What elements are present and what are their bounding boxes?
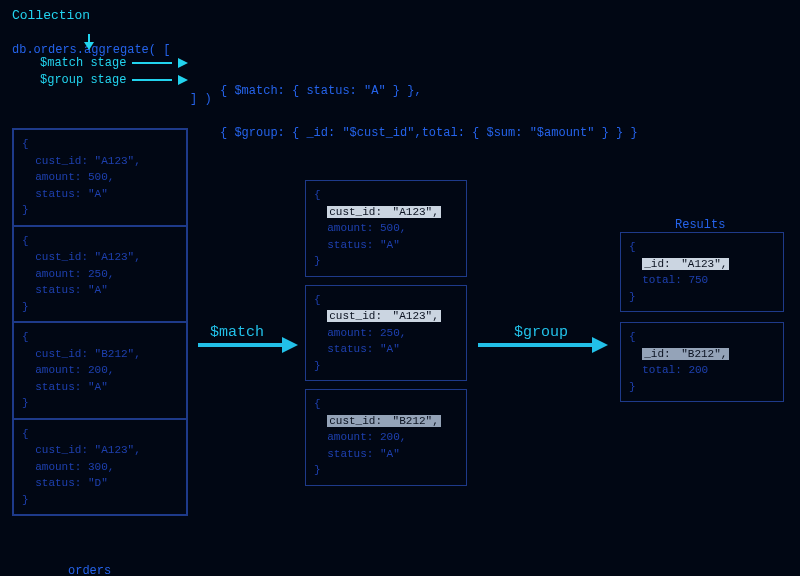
orders-label: orders [68, 564, 111, 576]
highlight-val: "A123", [673, 258, 730, 270]
group-arrow-label: $group [514, 324, 568, 341]
results-label: Results [675, 218, 725, 232]
group-arrow: $group [478, 337, 608, 353]
group-stage-annotation: $group stage [40, 73, 188, 87]
result-doc: { _id: "A123", total: 750 } [620, 232, 784, 312]
arrow-right-icon [592, 337, 608, 353]
stage-annotations: $match stage $group stage [40, 56, 188, 90]
arrow-down-icon [84, 34, 94, 50]
highlight-val: "A123", [384, 206, 441, 218]
group-stage-text: $group stage [40, 73, 126, 87]
orders-doc: { cust_id: "B212", amount: 200, status: … [13, 322, 187, 419]
group-code: { $group: { _id: "$cust_id",total: { $su… [220, 126, 638, 140]
match-stage-output: { cust_id: "A123", amount: 500, status: … [305, 180, 467, 494]
match-doc: { cust_id: "B212", amount: 200, status: … [305, 389, 467, 486]
match-stage-annotation: $match stage [40, 56, 188, 70]
results-output: { _id: "A123", total: 750 } { _id: "B212… [620, 232, 784, 412]
match-doc: { cust_id: "A123", amount: 250, status: … [305, 285, 467, 382]
arrow-right-icon [178, 58, 188, 68]
result-doc: { _id: "B212", total: 200 } [620, 322, 784, 402]
collection-label: Collection [12, 8, 170, 23]
highlight-key: cust_id: [327, 206, 384, 218]
match-doc: { cust_id: "A123", amount: 500, status: … [305, 180, 467, 277]
highlight-key: cust_id: [327, 415, 384, 427]
highlight-val: "A123", [384, 310, 441, 322]
match-arrow-label: $match [210, 324, 264, 341]
match-stage-text: $match stage [40, 56, 126, 70]
orders-doc: { cust_id: "A123", amount: 250, status: … [13, 226, 187, 323]
arrow-right-icon [178, 75, 188, 85]
orders-doc: { cust_id: "A123", amount: 500, status: … [13, 129, 187, 226]
highlight-val: "B212", [673, 348, 730, 360]
header-block: Collection db.orders.aggregate( [ [12, 8, 170, 57]
highlight-key: cust_id: [327, 310, 384, 322]
highlight-val: "B212", [384, 415, 441, 427]
stage-code-block: { $match: { status: "A" } }, { $group: {… [220, 56, 638, 154]
close-bracket: ] ) [190, 92, 212, 106]
highlight-key: _id: [642, 348, 672, 360]
highlight-key: _id: [642, 258, 672, 270]
arrow-right-icon [282, 337, 298, 353]
orders-doc: { cust_id: "A123", amount: 300, status: … [13, 419, 187, 516]
match-arrow: $match [198, 337, 298, 353]
match-code: { $match: { status: "A" } }, [220, 84, 638, 98]
orders-collection: { cust_id: "A123", amount: 500, status: … [12, 128, 188, 516]
